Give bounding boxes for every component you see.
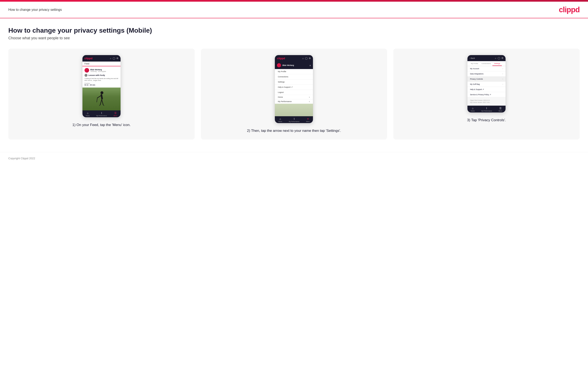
search-icon: ⌕ xyxy=(495,57,496,59)
search-icon: ⌕ xyxy=(302,57,304,60)
phone3-home-nav: ⌂ Home xyxy=(471,107,475,112)
phone3-menu-nav: ☰ Menu xyxy=(499,107,502,112)
menu-label: Menu xyxy=(499,110,502,112)
phone-2-mockup: clippd ⌕ ◯ ⚙ Blair McHarg ∧ xyxy=(275,55,313,123)
phone2-user-row: Blair McHarg ∧ xyxy=(275,62,313,69)
steps-grid: clippd ⌕ ◯ ⚙ Feed Blair McHarg Ye xyxy=(8,49,580,140)
top-accent-bar xyxy=(0,0,588,2)
phone1-header: clippd ⌕ ◯ ⚙ xyxy=(82,55,121,62)
performance-label: My Performance xyxy=(289,121,299,122)
golfer-svg xyxy=(96,91,107,110)
user-icon: ◯ xyxy=(498,57,500,59)
phone3-settings-list: My Account › Data Integrations › Privacy… xyxy=(467,66,506,97)
my-account-label: My Account xyxy=(470,67,479,70)
tab-my-profile[interactable]: My Profile xyxy=(469,61,480,66)
page-heading: How to change your privacy settings (Mob… xyxy=(8,27,580,34)
chevron-down-icon: ∨ xyxy=(309,101,310,102)
settings-icon: ⚙ xyxy=(502,57,503,59)
phone1-logo: clippd xyxy=(85,57,92,60)
connections-item[interactable]: Connections xyxy=(275,74,313,79)
service-privacy-label: Service & Privacy Policy ↗ xyxy=(470,93,491,96)
page-footer: Copyright Clippd 2022 xyxy=(0,152,588,164)
phone1-date: Yesterday · Sunningdale xyxy=(90,71,106,72)
my-profile-item[interactable]: My Profile xyxy=(275,69,313,74)
tab-connections[interactable]: Connections xyxy=(480,61,493,66)
phone3-icons: ⌕ ◯ ⚙ xyxy=(495,57,503,59)
phone1-home-nav: ⌂ Home xyxy=(86,112,90,117)
phone3-tabs: My Profile Connections Settings xyxy=(467,61,506,66)
phone3-header: ‹ Back ⌕ ◯ ⚙ xyxy=(467,55,506,61)
phone-3-mockup: ‹ Back ⌕ ◯ ⚙ My Profile Connections Sett… xyxy=(467,55,506,113)
help-support-label: Help & Support ↗ xyxy=(470,88,484,91)
step-3-caption: 3) Tap 'Privacy Controls'. xyxy=(467,118,506,123)
chevron-down-icon: ∨ xyxy=(309,96,310,98)
settings-icon: ⚙ xyxy=(309,57,311,60)
phone1-duration-val: 01 hr : 30 min xyxy=(85,84,119,86)
chevron-right-icon: › xyxy=(502,67,503,70)
phone1-username: Blair McHarg xyxy=(90,69,106,71)
phone2-logo: clippd xyxy=(277,57,285,60)
phone1-lesson-icon xyxy=(85,74,87,77)
phone1-performance-nav: ⌇ My Performance xyxy=(96,112,107,117)
chart-icon: ⌇ xyxy=(294,117,295,120)
phone1-footer: ⌂ Home ⌇ My Performance ☰ Menu xyxy=(82,110,121,117)
phone1-image-area xyxy=(82,88,121,110)
chevron-right-icon: › xyxy=(502,73,503,75)
step-2-card: clippd ⌕ ◯ ⚙ Blair McHarg ∧ xyxy=(201,49,387,140)
privacy-controls-item[interactable]: Privacy Controls › xyxy=(467,76,506,82)
phone2-performance-nav: ⌇ My Performance xyxy=(289,117,299,122)
data-integrations-item[interactable]: Data Integrations › xyxy=(467,71,506,76)
performance-label: My Performance xyxy=(96,115,107,117)
help-support-item[interactable]: Help & Support ↗ xyxy=(275,85,313,90)
search-icon: ⌕ xyxy=(110,57,111,60)
phone2-header: clippd ⌕ ◯ ⚙ xyxy=(275,55,313,62)
phone1-feed-label: Feed xyxy=(82,62,121,66)
phone1-icons: ⌕ ◯ ⚙ xyxy=(110,57,119,60)
phone2-bg-area xyxy=(275,104,313,116)
phone1-lesson-row: Lesson with Fordy xyxy=(85,74,119,77)
phone2-icons: ⌕ ◯ ⚙ xyxy=(302,57,311,60)
performance-section[interactable]: My Performance ∨ xyxy=(275,99,313,104)
my-account-item[interactable]: My Account › xyxy=(467,66,506,71)
performance-label: My Performance xyxy=(481,110,492,112)
header-title: How to change your privacy settings xyxy=(8,8,62,12)
page-header: How to change your privacy settings clip… xyxy=(0,2,588,18)
home-icon: ⌂ xyxy=(87,112,88,115)
my-golf-bag-item[interactable]: My Golf Bag › xyxy=(467,82,506,87)
settings-item[interactable]: Settings xyxy=(275,79,313,85)
logout-item[interactable]: Logout xyxy=(275,90,313,95)
version-line1: Clippd Client Version: 2022.8.3-3 xyxy=(470,99,503,101)
svg-point-0 xyxy=(101,91,104,94)
phone2-avatar xyxy=(277,63,281,67)
page-subheading: Choose what you want people to see xyxy=(8,36,580,40)
back-button[interactable]: ‹ Back xyxy=(469,57,475,59)
settings-icon: ⚙ xyxy=(116,57,119,60)
data-integrations-label: Data Integrations xyxy=(470,73,484,75)
home-section[interactable]: Home ∨ xyxy=(275,95,313,99)
phone2-user-left: Blair McHarg xyxy=(277,63,294,67)
svg-line-6 xyxy=(100,105,100,106)
service-privacy-item[interactable]: Service & Privacy Policy ↗ xyxy=(467,92,506,97)
menu-label: Menu xyxy=(306,121,310,122)
phone3-footer: ⌂ Home ⌇ My Performance ☰ Menu xyxy=(467,106,506,112)
chart-icon: ⌇ xyxy=(486,107,487,110)
menu-icon: ☰ xyxy=(114,112,117,115)
user-icon: ◯ xyxy=(305,57,308,60)
svg-line-7 xyxy=(103,105,104,106)
tab-settings[interactable]: Settings xyxy=(493,61,502,66)
performance-section-label: My Performance xyxy=(278,100,292,102)
logo: clippd xyxy=(559,5,580,14)
chevron-right-icon: › xyxy=(502,83,503,85)
home-label: Home xyxy=(86,115,90,117)
user-icon: ◯ xyxy=(113,57,115,60)
phone1-duration-label: Duration xyxy=(85,83,119,84)
phone2-close-nav: ✕ Menu xyxy=(306,117,310,122)
phone1-post: Blair McHarg Yesterday · Sunningdale Les… xyxy=(82,66,121,88)
home-label: Home xyxy=(471,110,475,112)
help-support-item[interactable]: Help & Support ↗ xyxy=(467,87,506,92)
step-2-caption: 2) Then, tap the arrow next to your name… xyxy=(247,128,341,133)
svg-line-5 xyxy=(102,99,103,105)
phone2-menu-items: My Profile Connections Settings Help & S… xyxy=(275,69,313,104)
phone1-menu-nav: ☰ Menu xyxy=(113,112,117,117)
step-1-caption: 1) On your Feed, tap the 'Menu' icon. xyxy=(72,123,131,127)
